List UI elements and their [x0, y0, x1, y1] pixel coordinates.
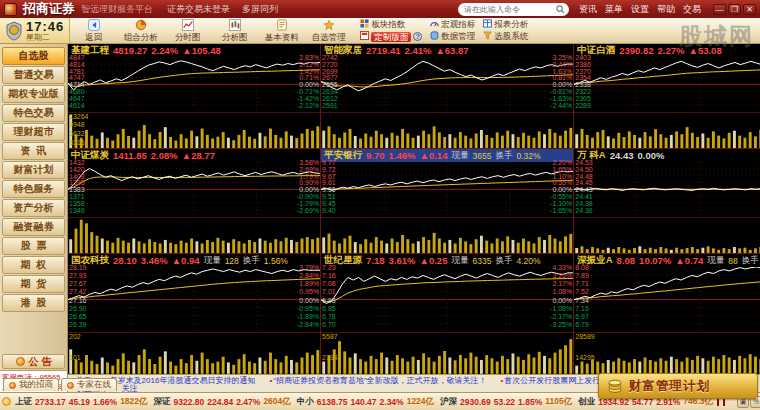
menu-设置[interactable]: 设置 — [631, 3, 649, 16]
menu-交易[interactable]: 交易 — [683, 3, 701, 16]
price-axis-label: 2591 — [322, 102, 338, 109]
price-chart: 8.087.897.717.527.347.166.976.7910.07%7.… — [574, 267, 760, 333]
sidebar-item-港股[interactable]: 港 股 — [2, 294, 65, 312]
price-axis-label: 6.97 — [575, 313, 589, 320]
minimize-button[interactable]: — — [713, 4, 726, 15]
toolbar: 17:46 星期二 返回组合分析分时图分析图基本资料自选管理 板块指数宏观指标报… — [0, 18, 760, 44]
stock-pct: 2.27% — [658, 45, 685, 56]
stock-pct: 2.08% — [151, 150, 178, 161]
toolbar-button-板块指数[interactable]: 板块指数 — [360, 19, 422, 31]
chart-panel-世纪星源[interactable]: 世纪星源7.183.61%▲0.25现量6335换手4.20%7.237.167… — [321, 254, 573, 374]
maximize-button[interactable]: ❐ — [728, 4, 741, 15]
volume-chart — [321, 113, 573, 148]
sidebar-item-期权[interactable]: 期 权 — [2, 256, 65, 274]
wealth-plan-banner[interactable]: 财富管理计划 — [598, 373, 758, 399]
volume-axis-label: 14295 — [575, 354, 594, 361]
screener-funnel-icon — [483, 31, 492, 42]
volume-axis-label: 5587 — [322, 333, 338, 340]
toolbar-button-返回[interactable]: 返回 — [70, 19, 117, 43]
menu-帮助[interactable]: 帮助 — [657, 3, 675, 16]
sidebar-item-理财超市[interactable]: 理财超市 — [2, 123, 65, 141]
chart-panel-智能家居[interactable]: 智能家居2719.412.41%▲63.87274227202699267726… — [321, 44, 573, 148]
index-上证[interactable]: 上证2733.1745.191.66%1822亿 — [15, 396, 148, 408]
menu-菜单[interactable]: 菜单 — [605, 3, 623, 16]
stock-pct: 3.46% — [141, 255, 168, 266]
pct-axis-label: -2.44% — [550, 102, 572, 109]
pct-axis-label: 3.25% — [552, 272, 572, 279]
toolbar-button-基本资料[interactable]: 基本资料 — [258, 19, 305, 43]
titlebar: 招商证券 智远理财服务平台 证券交易未登录 多屏同列 资讯菜单设置帮助交易 —❐… — [0, 0, 760, 18]
toolbar-button-数据管理[interactable]: 数据管理 — [430, 31, 475, 43]
menu-资讯[interactable]: 资讯 — [579, 3, 597, 16]
stock-price: 2719.41 — [366, 45, 400, 56]
toolbar-button-选股系统[interactable]: 选股系统 — [483, 31, 528, 43]
volume-axis-label: 101 — [69, 354, 81, 361]
footer-tab-专家在线[interactable]: 专家在线 — [61, 378, 117, 391]
search-icon — [556, 5, 565, 14]
chart-panel-国农科技[interactable]: 国农科技28.103.46%▲0.94现量128换手1.56%28.1927.9… — [68, 254, 320, 374]
horn-icon — [16, 357, 25, 366]
toolbar-button-自选管理[interactable]: 自选管理 — [305, 19, 352, 43]
sidebar-item-期货[interactable]: 期 货 — [2, 275, 65, 293]
toolbar-button-分时图[interactable]: 分时图 — [164, 19, 211, 43]
search-input[interactable] — [462, 4, 554, 15]
toolbar-button-分析图[interactable]: 分析图 — [211, 19, 258, 43]
chart-panel-平安银行[interactable]: 平安银行9.701.46%▲0.14现量3655换手0.32%9.779.729… — [321, 149, 573, 253]
portfolio-pie-icon — [135, 19, 147, 33]
price-axis-label: 6.93 — [322, 297, 336, 304]
stock-price: 7.18 — [366, 255, 385, 266]
stock-pct: 1.46% — [389, 150, 416, 161]
chart-panel-万科A[interactable]: 万 科A24.430.00%24.5324.5024.4824.4524.432… — [574, 149, 760, 253]
index-中小[interactable]: 中小6138.75140.472.34%1224亿 — [297, 396, 434, 408]
index-沪深[interactable]: 沪深2930.6953.221.85%1105亿 — [440, 396, 572, 408]
volume-chart: 55872794 — [321, 333, 573, 374]
footer-tab-我的招商[interactable]: 我的招商 — [3, 378, 59, 391]
toolbar-button-定制版面[interactable]: 定制版面? — [360, 31, 422, 43]
content-region: 基建工程4819.272.24%▲105.4848474814478147474… — [68, 44, 760, 392]
pct-axis-label: 2.17% — [552, 280, 572, 287]
sidebar-item-特色交易[interactable]: 特色交易 — [2, 104, 65, 122]
stock-pct: 2.24% — [151, 45, 178, 56]
doc-f10-icon — [276, 19, 288, 33]
chart-panel-中证白酒[interactable]: 中证白酒2390.822.27%▲53.08240323862370235423… — [574, 44, 760, 148]
sidebar-item-资讯[interactable]: 资 讯 — [2, 142, 65, 160]
sidebar-item-自选股[interactable]: 自选股 — [2, 47, 65, 65]
command-searchbox[interactable] — [458, 3, 569, 16]
pct-axis-label: -2.84% — [297, 321, 319, 328]
toolbar-button-报表分析[interactable]: 报表分析 — [483, 19, 528, 31]
price-axis-label: 8.08 — [575, 264, 589, 271]
price-axis-label: 27.42 — [69, 288, 87, 295]
chart-panel-深振业A[interactable]: 深振业A8.0810.07%▲0.74现量88换手4.11%8.087.897.… — [574, 254, 760, 374]
price-axis-label: 7.01 — [322, 288, 336, 295]
chart-panel-基建工程[interactable]: 基建工程4819.272.24%▲105.4848474814478147474… — [68, 44, 320, 148]
help-badge[interactable]: ? — [413, 32, 422, 41]
sidebar-item-资产分析[interactable]: 资产分析 — [2, 199, 65, 217]
pct-axis-label: 1.08% — [552, 288, 572, 295]
stock-price: 8.08 — [617, 255, 636, 266]
follow-link[interactable]: 关注 — [122, 384, 138, 392]
banner-label: 财富管理计划 — [629, 378, 710, 395]
multiscreen-button[interactable]: 多屏同列 — [242, 3, 278, 16]
kline-chart-icon — [229, 19, 241, 33]
chart-panel-中证煤炭[interactable]: 中证煤炭1411.852.08%▲28.77143214201408139513… — [68, 149, 320, 253]
sidebar-item-特色服务[interactable]: 特色服务 — [2, 180, 65, 198]
sidebar-item-普通交易[interactable]: 普通交易 — [2, 66, 65, 84]
index-深证[interactable]: 深证9322.80224.842.47%2604亿 — [154, 396, 291, 408]
report-table-icon — [483, 19, 492, 30]
sidebar-item-财富计划[interactable]: 财富计划 — [2, 161, 65, 179]
weather-sun-icon — [2, 397, 11, 406]
announcement-button[interactable]: 公 告 — [2, 354, 65, 369]
data-db-icon — [430, 31, 439, 42]
back-arrow-icon — [88, 19, 100, 33]
toolbar-button-组合分析[interactable]: 组合分析 — [117, 19, 164, 43]
toolbar-button-宏观指标[interactable]: 宏观指标 — [430, 19, 475, 31]
sidebar-item-融资融券[interactable]: 融资融券 — [2, 218, 65, 236]
clock-weekday: 星期二 — [26, 33, 64, 42]
price-axis-label: 2289 — [575, 102, 591, 109]
news-link[interactable]: •“招商证券投资者教育基地”全新改版，正式开放，敬请关注！ — [269, 376, 486, 384]
close-button[interactable]: ✕ — [743, 4, 756, 15]
tab-dot-icon — [9, 382, 16, 389]
sidebar-item-股票[interactable]: 股 票 — [2, 237, 65, 255]
volume-chart: 2858914295 — [574, 333, 760, 374]
sidebar-item-期权专业版[interactable]: 期权专业版 — [2, 85, 65, 103]
